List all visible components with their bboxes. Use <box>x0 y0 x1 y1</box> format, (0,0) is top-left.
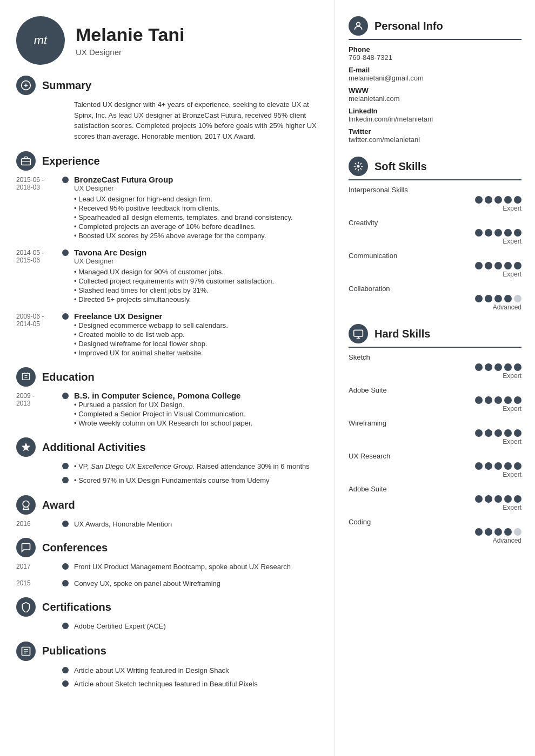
timeline-content: Tavona Arc DesignUX DesignerManaged UX d… <box>74 248 318 304</box>
publication-text: Article about UX Writing featured in Des… <box>74 665 318 676</box>
timeline-date: 2009-06 - 2014-05 <box>16 312 62 357</box>
skill-level-label: Expert <box>503 271 521 278</box>
bullet-item: Completed a Senior Project in Visual Com… <box>74 409 318 418</box>
timeline-date: 2015-06 - 2018-03 <box>16 175 62 240</box>
timeline-content: BronzeCast Futura GroupUX DesignerLead U… <box>74 175 318 240</box>
svg-point-6 <box>23 501 29 508</box>
skill-row: CommunicationExpert <box>349 252 521 278</box>
skill-name: Coding <box>349 518 521 526</box>
award-items: 2016UX Awards, Honorable Mention <box>16 519 318 528</box>
svg-point-12 <box>357 165 360 168</box>
publications-title: Publications <box>42 645 106 657</box>
skill-name: Adobe Suite <box>349 485 521 493</box>
skill-row: Adobe SuiteExpert <box>349 485 521 511</box>
candidate-name: Melanie Tani <box>76 24 185 45</box>
skill-name: Collaboration <box>349 285 521 293</box>
skill-name: Wireframing <box>349 419 521 427</box>
personal-info-title: Personal Info <box>374 20 443 32</box>
resume-page: mt Melanie Tani UX Designer Summary Tale <box>0 0 535 756</box>
skill-row: UX ResearchExpert <box>349 452 521 478</box>
svg-point-11 <box>357 22 360 26</box>
additional-header: Additional Activities <box>16 437 318 457</box>
additional-item: • VP, San Diego UX Excellence Group. Rai… <box>16 461 318 472</box>
svg-rect-13 <box>354 330 363 336</box>
skill-level-label: Expert <box>503 205 521 212</box>
certifications-section: Certifications Adobe Certified Expert (A… <box>16 597 318 632</box>
additional-items: • VP, San Diego UX Excellence Group. Rai… <box>16 461 318 485</box>
conference-text: Front UX Product Management Bootcamp, sp… <box>74 562 318 571</box>
skill-visual: Expert <box>349 396 521 413</box>
skill-row: WireframingExpert <box>349 419 521 446</box>
education-header: Education <box>16 367 318 387</box>
skill-row: CreativityExpert <box>349 219 521 245</box>
soft-skills-header: Soft Skills <box>349 157 521 180</box>
personal-info-icon <box>349 16 368 36</box>
skill-row: Adobe SuiteExpert <box>349 386 521 413</box>
skill-visual: Advanced <box>349 528 521 544</box>
timeline-dot <box>62 177 69 183</box>
award-item: 2016UX Awards, Honorable Mention <box>16 519 318 528</box>
skill-name: Adobe Suite <box>349 386 521 394</box>
soft-skills-section: Soft Skills Interpersonal SkillsExpertCr… <box>349 157 521 311</box>
additional-title: Additional Activities <box>42 441 146 454</box>
info-value: melanietani@gmail.com <box>349 74 521 82</box>
education-section: Education 2009 - 2013B.S. in Computer Sc… <box>16 367 318 428</box>
bullet-item: Managed UX design for 90% of customer jo… <box>74 267 318 276</box>
experience-item: 2015-06 - 2018-03BronzeCast Futura Group… <box>16 175 318 240</box>
skill-visual: Expert <box>349 196 521 212</box>
info-row: E-mailmelanietani@gmail.com <box>349 66 521 82</box>
conferences-items: 2017Front UX Product Management Bootcamp… <box>16 562 318 588</box>
conferences-header: Conferences <box>16 538 318 557</box>
bullet-item: Completed projects an average of 10% bef… <box>74 222 318 231</box>
info-row: LinkedInlinkedin.com/in/melanietani <box>349 107 521 123</box>
certifications-icon <box>16 597 36 617</box>
personal-info-section: Personal Info Phone760-848-7321E-mailmel… <box>349 16 521 144</box>
conference-item: 2015Convey UX, spoke on panel about Wire… <box>16 578 318 588</box>
info-label: E-mail <box>349 66 521 74</box>
skill-row: CollaborationAdvanced <box>349 285 521 311</box>
publication-text: Article about Sketch techniques featured… <box>74 679 318 690</box>
skill-row: Interpersonal SkillsExpert <box>349 186 521 212</box>
experience-item: 2009-06 - 2014-05Freelance UX DesignerDe… <box>16 312 318 357</box>
skill-visual: Expert <box>349 429 521 446</box>
hard-skills-items: SketchExpertAdobe SuiteExpertWireframing… <box>349 353 521 544</box>
summary-icon <box>16 76 36 95</box>
skill-level-label: Expert <box>503 405 521 413</box>
skill-level-label: Expert <box>503 471 521 478</box>
education-items: 2009 - 2013B.S. in Computer Science, Pom… <box>16 391 318 428</box>
soft-skills-title: Soft Skills <box>374 160 427 173</box>
education-icon <box>16 367 36 387</box>
skill-visual: Expert <box>349 363 521 380</box>
conferences-icon <box>16 538 36 557</box>
job-role: UX Designer <box>74 184 318 192</box>
info-row: Phone760-848-7321 <box>349 45 521 62</box>
info-value: melanietani.com <box>349 94 521 103</box>
bullet-item: Slashed lead times for client jobs by 31… <box>74 286 318 295</box>
skill-row: CodingAdvanced <box>349 518 521 544</box>
skill-visual: Expert <box>349 229 521 245</box>
timeline-dot <box>62 249 69 256</box>
skill-level-label: Advanced <box>493 537 521 544</box>
skill-visual: Advanced <box>349 295 521 311</box>
avatar: mt <box>16 16 65 65</box>
certifications-title: Certifications <box>42 601 111 613</box>
job-role: UX Designer <box>74 257 318 265</box>
skill-level-label: Expert <box>503 372 521 380</box>
header-text: Melanie Tani UX Designer <box>76 24 185 57</box>
bullet-item: Lead UX designer for high-end design fir… <box>74 194 318 204</box>
skill-name: Interpersonal Skills <box>349 186 521 194</box>
award-title: Award <box>42 499 75 511</box>
info-value: twitter.com/melanietani <box>349 136 521 144</box>
publications-header: Publications <box>16 642 318 661</box>
additional-icon <box>16 437 36 457</box>
candidate-title: UX Designer <box>76 48 185 57</box>
personal-info-header: Personal Info <box>349 16 521 40</box>
award-icon <box>16 495 36 515</box>
info-value: 760-848-7321 <box>349 53 521 62</box>
bullet-dot <box>62 463 69 469</box>
conference-text: Convey UX, spoke on panel about Wirefram… <box>74 578 318 588</box>
summary-text: Talented UX designer with 4+ years of ex… <box>74 99 318 141</box>
skill-level-label: Expert <box>503 504 521 511</box>
soft-skills-icon <box>349 157 368 176</box>
bullet-item: Improved UX for animal shelter website. <box>74 348 318 357</box>
